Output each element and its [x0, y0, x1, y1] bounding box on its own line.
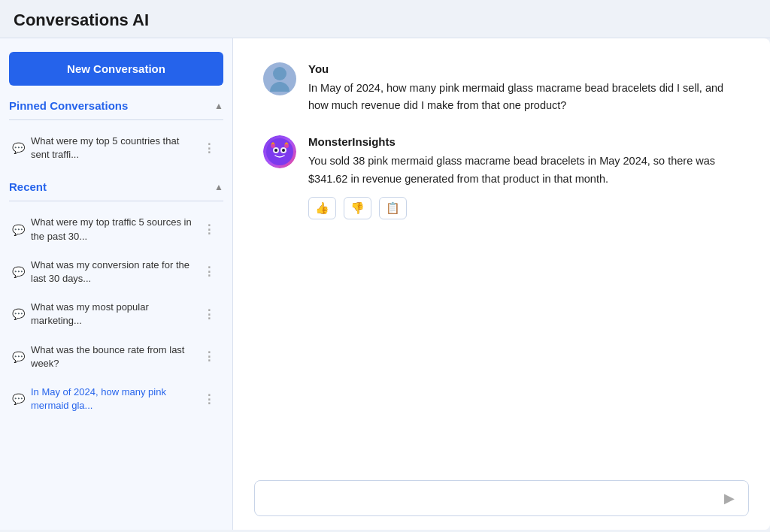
thumbs-down-button[interactable]: 👎 [344, 197, 371, 219]
user-name: You [308, 62, 740, 75]
thumbs-up-icon: 👍 [315, 201, 329, 215]
svg-point-3 [274, 149, 277, 152]
recent-item-5-menu[interactable]: ⋮ [200, 391, 219, 408]
message-row-1: You In May of 2024, how many pink mermai… [263, 62, 740, 114]
recent-item-4[interactable]: 💬 What was the bounce rate from last wee… [9, 337, 223, 377]
recent-item-4-menu[interactable]: ⋮ [200, 348, 219, 365]
chat-icon-1: 💬 [12, 224, 25, 236]
bot-name: MonsterInsights [308, 135, 740, 148]
svg-point-6 [284, 144, 289, 148]
pinned-item-1-menu[interactable]: ⋮ [200, 140, 219, 157]
pinned-divider [9, 119, 223, 120]
new-conversation-button[interactable]: New Conversation [9, 52, 223, 86]
chat-icon-3: 💬 [12, 308, 25, 320]
user-avatar [263, 62, 296, 95]
copy-button[interactable]: 📋 [379, 197, 407, 219]
thumbs-up-button[interactable]: 👍 [308, 197, 336, 219]
chat-icon-4: 💬 [12, 351, 25, 363]
recent-item-1[interactable]: 💬 What were my top traffic 5 sources in … [9, 209, 223, 249]
recent-section-title: Recent [9, 180, 47, 193]
recent-item-1-label: What were my top traffic 5 sources in th… [31, 216, 194, 243]
avatar-head [273, 67, 286, 80]
chat-input[interactable] [265, 492, 721, 504]
app-title: Conversations AI [14, 11, 149, 29]
sidebar: New Conversation Pinned Conversations ▲ … [0, 38, 233, 530]
chat-input-container: ▶ [254, 480, 749, 516]
bot-message-text: You sold 38 pink mermaid glass macrame b… [308, 153, 740, 187]
bot-message-content: MonsterInsights You sold 38 pink mermaid… [308, 135, 740, 219]
message-actions: 👍 👎 📋 [308, 197, 740, 219]
recent-item-2-menu[interactable]: ⋮ [200, 263, 219, 280]
user-message-text: In May of 2024, how many pink mermaid gl… [308, 80, 740, 114]
chat-messages: You In May of 2024, how many pink mermai… [233, 38, 770, 471]
pinned-item-1-label: What were my top 5 countries that sent t… [31, 135, 194, 162]
bot-avatar-img [263, 135, 296, 168]
send-button[interactable]: ▶ [721, 488, 738, 508]
svg-point-4 [282, 149, 285, 152]
pinned-section-title: Pinned Conversations [9, 99, 128, 112]
avatar-body [270, 82, 290, 92]
chat-icon: 💬 [12, 142, 25, 154]
recent-divider [9, 201, 223, 201]
pinned-collapse-icon[interactable]: ▲ [214, 101, 223, 111]
pinned-item-1[interactable]: 💬 What were my top 5 countries that sent… [9, 128, 223, 168]
chat-panel: You In May of 2024, how many pink mermai… [233, 38, 770, 530]
recent-item-4-label: What was the bounce rate from last week? [31, 343, 194, 370]
bot-avatar [263, 135, 296, 168]
send-icon: ▶ [724, 490, 735, 506]
recent-item-5-label: In May of 2024, how many pink mermaid gl… [31, 385, 194, 413]
svg-point-0 [266, 138, 293, 165]
recent-item-5[interactable]: 💬 In May of 2024, how many pink mermaid … [9, 379, 223, 419]
recent-item-2-label: What was my conversion rate for the last… [31, 258, 194, 286]
recent-section-header: Recent ▲ [9, 180, 223, 193]
pinned-section-header: Pinned Conversations ▲ [9, 99, 223, 112]
copy-icon: 📋 [386, 201, 400, 215]
recent-item-3[interactable]: 💬 What was my most popular marketing... … [9, 294, 223, 334]
recent-item-3-menu[interactable]: ⋮ [200, 306, 219, 323]
thumbs-down-icon: 👎 [350, 201, 365, 215]
recent-collapse-icon[interactable]: ▲ [214, 182, 223, 192]
recent-item-2[interactable]: 💬 What was my conversion rate for the la… [9, 252, 223, 292]
user-message-content: You In May of 2024, how many pink mermai… [308, 62, 740, 114]
message-row-2: MonsterInsights You sold 38 pink mermaid… [263, 135, 740, 219]
svg-point-5 [271, 144, 275, 148]
recent-item-3-label: What was my most popular marketing... [31, 301, 194, 328]
chat-input-area: ▶ [233, 471, 770, 530]
chat-icon-2: 💬 [12, 266, 25, 278]
recent-item-1-menu[interactable]: ⋮ [200, 221, 219, 238]
chat-icon-5: 💬 [12, 393, 25, 405]
